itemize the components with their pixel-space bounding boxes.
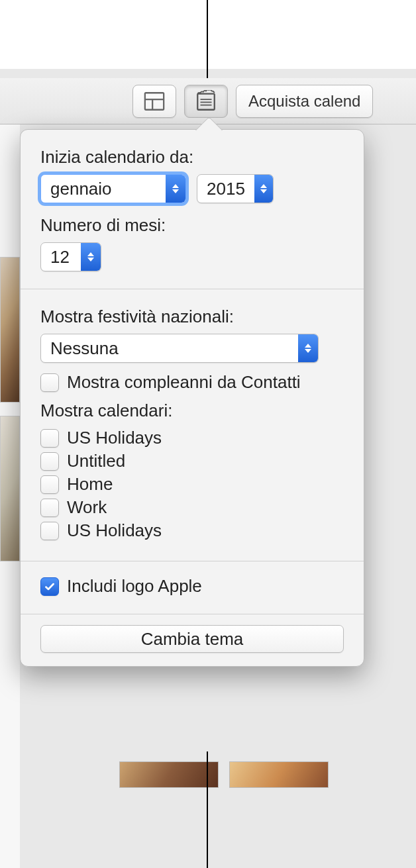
- checkbox-unchecked-icon: [40, 499, 59, 517]
- calendar-checkbox-row[interactable]: US Holidays: [40, 428, 344, 448]
- start-year-popup[interactable]: 2015: [197, 174, 274, 203]
- sidebar-photos: [0, 124, 20, 868]
- layout-button[interactable]: [132, 85, 176, 118]
- start-calendar-label: Inizia calendario da:: [40, 147, 344, 168]
- start-month-popup[interactable]: gennaio: [40, 174, 186, 203]
- calendar-settings-popover: Inizia calendario da: gennaio 2015 Numer…: [20, 129, 364, 667]
- include-logo-label: Includi logo Apple: [67, 576, 202, 597]
- checkbox-checked-icon: [40, 577, 59, 596]
- callout-line-bottom: [207, 751, 208, 868]
- change-theme-label: Cambia tema: [141, 629, 244, 650]
- popup-arrows-icon: [166, 175, 185, 203]
- checkbox-unchecked-icon: [40, 522, 59, 540]
- buy-calendar-button[interactable]: Acquista calend: [236, 85, 373, 118]
- callout-line-top: [207, 0, 208, 78]
- buy-calendar-label: Acquista calend: [248, 92, 360, 111]
- holidays-section: Mostra festività nazionali: Nessuna Most…: [21, 289, 364, 561]
- popup-arrows-icon: [298, 334, 318, 362]
- months-count-popup[interactable]: 12: [40, 242, 101, 271]
- months-count-label: Numero di mesi:: [40, 215, 344, 236]
- calendar-name: Work: [67, 497, 107, 518]
- include-logo-checkbox-row[interactable]: Includi logo Apple: [40, 576, 344, 597]
- theme-section: Cambia tema: [21, 614, 364, 666]
- svg-rect-0: [145, 93, 164, 110]
- holidays-popup[interactable]: Nessuna: [40, 334, 319, 363]
- calendar-checkbox-row[interactable]: Untitled: [40, 451, 344, 471]
- checkbox-unchecked-icon: [40, 373, 59, 392]
- photo-thumb: [229, 761, 329, 788]
- checkbox-unchecked-icon: [40, 429, 59, 448]
- calendar-icon: [195, 90, 217, 113]
- calendar-checkbox-row[interactable]: Work: [40, 497, 344, 518]
- calendar-name: Home: [67, 474, 113, 495]
- calendar-name: US Holidays: [67, 520, 162, 541]
- start-month-value: gennaio: [41, 179, 166, 199]
- birthdays-label: Mostra compleanni da Contatti: [67, 372, 301, 393]
- start-year-value: 2015: [197, 179, 254, 199]
- holidays-value: Nessuna: [41, 338, 298, 359]
- photo-thumb: [119, 761, 219, 788]
- photo-thumb: [0, 257, 20, 403]
- logo-section: Includi logo Apple: [21, 561, 364, 614]
- calendar-list: US Holidays Untitled Home Work US Holida…: [40, 428, 344, 541]
- checkbox-unchecked-icon: [40, 475, 59, 494]
- months-count-value: 12: [41, 247, 81, 267]
- calendar-checkbox-row[interactable]: Home: [40, 474, 344, 495]
- birthdays-checkbox-row[interactable]: Mostra compleanni da Contatti: [40, 372, 344, 393]
- popup-arrows-icon: [254, 175, 273, 203]
- calendar-checkbox-row[interactable]: US Holidays: [40, 520, 344, 541]
- calendar-settings-button[interactable]: [184, 85, 228, 118]
- start-section: Inizia calendario da: gennaio 2015 Numer…: [21, 130, 364, 289]
- calendar-name: US Holidays: [67, 428, 162, 448]
- layout-icon: [143, 90, 166, 113]
- bottom-thumbs: [119, 761, 329, 788]
- change-theme-button[interactable]: Cambia tema: [40, 625, 344, 653]
- checkbox-unchecked-icon: [40, 452, 59, 471]
- show-calendars-label: Mostra calendari:: [40, 401, 344, 421]
- photo-thumb: [0, 416, 20, 561]
- popup-arrows-icon: [81, 243, 101, 271]
- holidays-label: Mostra festività nazionali:: [40, 307, 344, 327]
- calendar-name: Untitled: [67, 451, 125, 471]
